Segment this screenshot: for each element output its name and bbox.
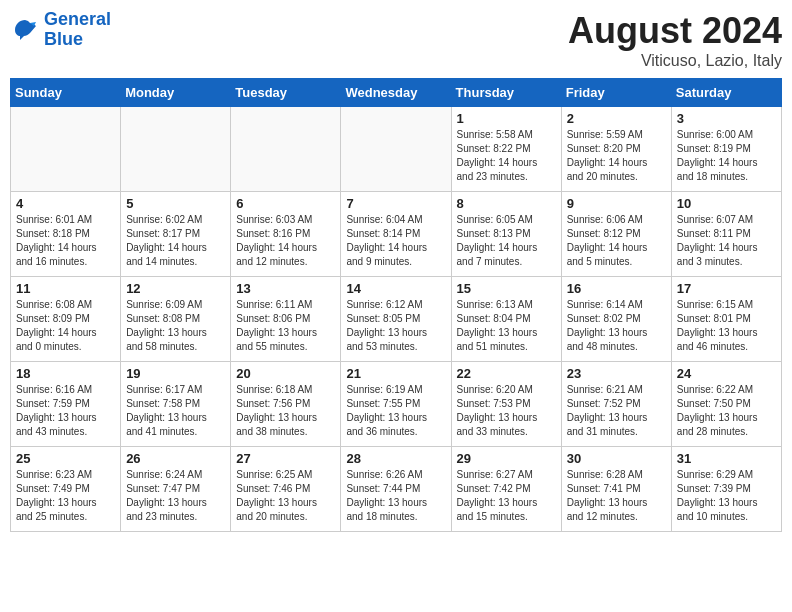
day-number: 16 bbox=[567, 281, 666, 296]
day-info: Sunrise: 6:04 AM Sunset: 8:14 PM Dayligh… bbox=[346, 213, 445, 269]
day-number: 21 bbox=[346, 366, 445, 381]
day-number: 26 bbox=[126, 451, 225, 466]
table-row: 2Sunrise: 5:59 AM Sunset: 8:20 PM Daylig… bbox=[561, 107, 671, 192]
table-row: 14Sunrise: 6:12 AM Sunset: 8:05 PM Dayli… bbox=[341, 277, 451, 362]
day-number: 25 bbox=[16, 451, 115, 466]
table-row: 4Sunrise: 6:01 AM Sunset: 8:18 PM Daylig… bbox=[11, 192, 121, 277]
day-info: Sunrise: 6:29 AM Sunset: 7:39 PM Dayligh… bbox=[677, 468, 776, 524]
col-friday: Friday bbox=[561, 79, 671, 107]
title-block: August 2024 Viticuso, Lazio, Italy bbox=[568, 10, 782, 70]
day-number: 18 bbox=[16, 366, 115, 381]
table-row: 10Sunrise: 6:07 AM Sunset: 8:11 PM Dayli… bbox=[671, 192, 781, 277]
day-info: Sunrise: 6:23 AM Sunset: 7:49 PM Dayligh… bbox=[16, 468, 115, 524]
table-row: 20Sunrise: 6:18 AM Sunset: 7:56 PM Dayli… bbox=[231, 362, 341, 447]
col-monday: Monday bbox=[121, 79, 231, 107]
col-tuesday: Tuesday bbox=[231, 79, 341, 107]
day-info: Sunrise: 6:00 AM Sunset: 8:19 PM Dayligh… bbox=[677, 128, 776, 184]
day-info: Sunrise: 6:02 AM Sunset: 8:17 PM Dayligh… bbox=[126, 213, 225, 269]
table-row: 31Sunrise: 6:29 AM Sunset: 7:39 PM Dayli… bbox=[671, 447, 781, 532]
day-number: 28 bbox=[346, 451, 445, 466]
day-info: Sunrise: 6:28 AM Sunset: 7:41 PM Dayligh… bbox=[567, 468, 666, 524]
day-number: 1 bbox=[457, 111, 556, 126]
day-number: 13 bbox=[236, 281, 335, 296]
day-info: Sunrise: 6:24 AM Sunset: 7:47 PM Dayligh… bbox=[126, 468, 225, 524]
day-number: 4 bbox=[16, 196, 115, 211]
day-info: Sunrise: 6:19 AM Sunset: 7:55 PM Dayligh… bbox=[346, 383, 445, 439]
day-number: 31 bbox=[677, 451, 776, 466]
table-row: 26Sunrise: 6:24 AM Sunset: 7:47 PM Dayli… bbox=[121, 447, 231, 532]
col-sunday: Sunday bbox=[11, 79, 121, 107]
day-number: 5 bbox=[126, 196, 225, 211]
table-row: 30Sunrise: 6:28 AM Sunset: 7:41 PM Dayli… bbox=[561, 447, 671, 532]
day-info: Sunrise: 6:06 AM Sunset: 8:12 PM Dayligh… bbox=[567, 213, 666, 269]
table-row: 22Sunrise: 6:20 AM Sunset: 7:53 PM Dayli… bbox=[451, 362, 561, 447]
day-info: Sunrise: 6:14 AM Sunset: 8:02 PM Dayligh… bbox=[567, 298, 666, 354]
day-info: Sunrise: 6:01 AM Sunset: 8:18 PM Dayligh… bbox=[16, 213, 115, 269]
table-row: 5Sunrise: 6:02 AM Sunset: 8:17 PM Daylig… bbox=[121, 192, 231, 277]
table-row bbox=[341, 107, 451, 192]
day-info: Sunrise: 6:09 AM Sunset: 8:08 PM Dayligh… bbox=[126, 298, 225, 354]
table-row: 11Sunrise: 6:08 AM Sunset: 8:09 PM Dayli… bbox=[11, 277, 121, 362]
table-row: 18Sunrise: 6:16 AM Sunset: 7:59 PM Dayli… bbox=[11, 362, 121, 447]
calendar-table: Sunday Monday Tuesday Wednesday Thursday… bbox=[10, 78, 782, 532]
logo-icon bbox=[10, 16, 40, 44]
logo-text: General Blue bbox=[44, 10, 111, 50]
table-row: 24Sunrise: 6:22 AM Sunset: 7:50 PM Dayli… bbox=[671, 362, 781, 447]
day-info: Sunrise: 6:16 AM Sunset: 7:59 PM Dayligh… bbox=[16, 383, 115, 439]
day-number: 24 bbox=[677, 366, 776, 381]
day-number: 11 bbox=[16, 281, 115, 296]
day-info: Sunrise: 6:13 AM Sunset: 8:04 PM Dayligh… bbox=[457, 298, 556, 354]
table-row bbox=[231, 107, 341, 192]
week-row-2: 4Sunrise: 6:01 AM Sunset: 8:18 PM Daylig… bbox=[11, 192, 782, 277]
table-row: 27Sunrise: 6:25 AM Sunset: 7:46 PM Dayli… bbox=[231, 447, 341, 532]
day-info: Sunrise: 5:58 AM Sunset: 8:22 PM Dayligh… bbox=[457, 128, 556, 184]
day-number: 14 bbox=[346, 281, 445, 296]
col-thursday: Thursday bbox=[451, 79, 561, 107]
table-row: 28Sunrise: 6:26 AM Sunset: 7:44 PM Dayli… bbox=[341, 447, 451, 532]
day-number: 30 bbox=[567, 451, 666, 466]
day-number: 8 bbox=[457, 196, 556, 211]
day-info: Sunrise: 6:11 AM Sunset: 8:06 PM Dayligh… bbox=[236, 298, 335, 354]
header-row: Sunday Monday Tuesday Wednesday Thursday… bbox=[11, 79, 782, 107]
table-row: 25Sunrise: 6:23 AM Sunset: 7:49 PM Dayli… bbox=[11, 447, 121, 532]
day-number: 19 bbox=[126, 366, 225, 381]
table-row: 21Sunrise: 6:19 AM Sunset: 7:55 PM Dayli… bbox=[341, 362, 451, 447]
day-info: Sunrise: 6:05 AM Sunset: 8:13 PM Dayligh… bbox=[457, 213, 556, 269]
day-info: Sunrise: 5:59 AM Sunset: 8:20 PM Dayligh… bbox=[567, 128, 666, 184]
table-row: 17Sunrise: 6:15 AM Sunset: 8:01 PM Dayli… bbox=[671, 277, 781, 362]
day-number: 23 bbox=[567, 366, 666, 381]
day-info: Sunrise: 6:17 AM Sunset: 7:58 PM Dayligh… bbox=[126, 383, 225, 439]
day-info: Sunrise: 6:22 AM Sunset: 7:50 PM Dayligh… bbox=[677, 383, 776, 439]
day-number: 10 bbox=[677, 196, 776, 211]
table-row bbox=[121, 107, 231, 192]
table-row: 15Sunrise: 6:13 AM Sunset: 8:04 PM Dayli… bbox=[451, 277, 561, 362]
day-number: 27 bbox=[236, 451, 335, 466]
day-number: 20 bbox=[236, 366, 335, 381]
table-row: 12Sunrise: 6:09 AM Sunset: 8:08 PM Dayli… bbox=[121, 277, 231, 362]
day-info: Sunrise: 6:18 AM Sunset: 7:56 PM Dayligh… bbox=[236, 383, 335, 439]
page-header: General Blue August 2024 Viticuso, Lazio… bbox=[10, 10, 782, 70]
day-number: 12 bbox=[126, 281, 225, 296]
day-number: 3 bbox=[677, 111, 776, 126]
table-row: 8Sunrise: 6:05 AM Sunset: 8:13 PM Daylig… bbox=[451, 192, 561, 277]
table-row: 13Sunrise: 6:11 AM Sunset: 8:06 PM Dayli… bbox=[231, 277, 341, 362]
day-info: Sunrise: 6:15 AM Sunset: 8:01 PM Dayligh… bbox=[677, 298, 776, 354]
table-row: 6Sunrise: 6:03 AM Sunset: 8:16 PM Daylig… bbox=[231, 192, 341, 277]
table-row: 1Sunrise: 5:58 AM Sunset: 8:22 PM Daylig… bbox=[451, 107, 561, 192]
day-info: Sunrise: 6:07 AM Sunset: 8:11 PM Dayligh… bbox=[677, 213, 776, 269]
table-row: 16Sunrise: 6:14 AM Sunset: 8:02 PM Dayli… bbox=[561, 277, 671, 362]
day-info: Sunrise: 6:26 AM Sunset: 7:44 PM Dayligh… bbox=[346, 468, 445, 524]
day-number: 2 bbox=[567, 111, 666, 126]
day-number: 15 bbox=[457, 281, 556, 296]
table-row: 23Sunrise: 6:21 AM Sunset: 7:52 PM Dayli… bbox=[561, 362, 671, 447]
calendar-title: August 2024 bbox=[568, 10, 782, 52]
day-number: 6 bbox=[236, 196, 335, 211]
week-row-3: 11Sunrise: 6:08 AM Sunset: 8:09 PM Dayli… bbox=[11, 277, 782, 362]
week-row-5: 25Sunrise: 6:23 AM Sunset: 7:49 PM Dayli… bbox=[11, 447, 782, 532]
col-saturday: Saturday bbox=[671, 79, 781, 107]
day-info: Sunrise: 6:03 AM Sunset: 8:16 PM Dayligh… bbox=[236, 213, 335, 269]
table-row: 9Sunrise: 6:06 AM Sunset: 8:12 PM Daylig… bbox=[561, 192, 671, 277]
week-row-4: 18Sunrise: 6:16 AM Sunset: 7:59 PM Dayli… bbox=[11, 362, 782, 447]
day-info: Sunrise: 6:21 AM Sunset: 7:52 PM Dayligh… bbox=[567, 383, 666, 439]
day-info: Sunrise: 6:27 AM Sunset: 7:42 PM Dayligh… bbox=[457, 468, 556, 524]
